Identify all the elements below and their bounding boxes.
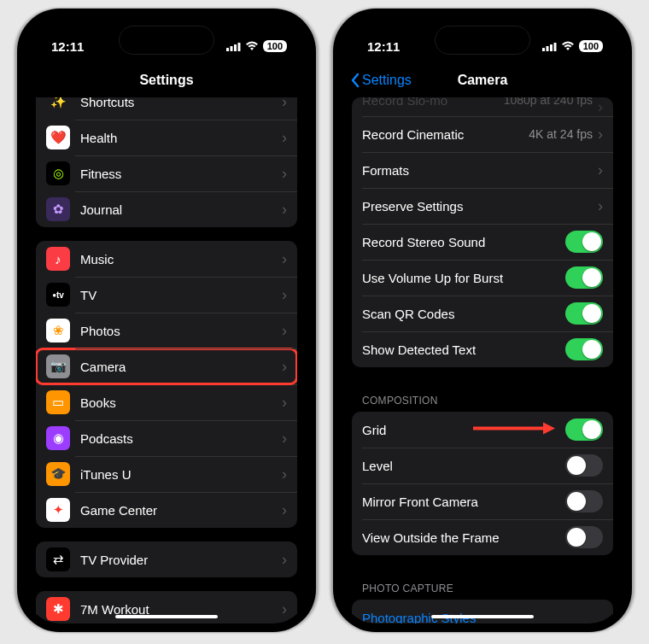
row-label: TV Provider <box>80 553 282 567</box>
row-volume-burst[interactable]: Use Volume Up for Burst <box>352 260 613 296</box>
nav-bar: Settings <box>26 63 307 97</box>
row-label: Use Volume Up for Burst <box>362 271 565 285</box>
gamecenter-icon: ✦ <box>46 498 70 522</box>
chevron-right-icon: › <box>282 97 287 111</box>
books-icon: ▭ <box>46 390 70 414</box>
settings-row-gamecenter[interactable]: ✦Game Center› <box>36 492 297 528</box>
row-preserve-settings[interactable]: Preserve Settings› <box>352 188 613 224</box>
svg-rect-1 <box>230 46 232 51</box>
svg-rect-2 <box>234 44 237 51</box>
row-record-stereo[interactable]: Record Stereo Sound <box>352 224 613 260</box>
row-record-slomo[interactable]: Record Slo-mo1080p at 240 fps› <box>352 97 613 116</box>
battery-icon: 100 <box>263 40 287 52</box>
row-label: Health <box>80 131 282 145</box>
toggle-switch[interactable] <box>565 419 603 441</box>
health-icon: ❤️ <box>46 126 70 149</box>
row-detected-text[interactable]: Show Detected Text <box>352 331 613 367</box>
row-label: Grid <box>362 423 565 437</box>
settings-row-health[interactable]: ❤️Health› <box>36 120 297 155</box>
chevron-right-icon: › <box>282 358 287 376</box>
chevron-right-icon: › <box>282 551 287 569</box>
settings-row-fitness[interactable]: ◎Fitness› <box>36 155 297 191</box>
toggle-switch[interactable] <box>565 302 603 325</box>
row-label: Show Detected Text <box>362 342 565 357</box>
chevron-right-icon: › <box>598 161 603 179</box>
settings-row-journal[interactable]: ✿Journal› <box>36 191 297 227</box>
row-label: Shortcuts <box>80 97 282 109</box>
row-photographic-styles[interactable]: Photographic Styles <box>352 600 613 624</box>
svg-rect-5 <box>546 46 548 51</box>
podcasts-icon: ◉ <box>46 426 70 450</box>
camera-icon: 📷 <box>46 354 70 378</box>
settings-row-books[interactable]: ▭Books› <box>36 384 297 420</box>
row-label: 7M Workout <box>80 602 282 617</box>
journal-icon: ✿ <box>46 197 70 221</box>
7mworkout-icon: ✱ <box>46 597 70 621</box>
fitness-icon: ◎ <box>46 161 70 185</box>
svg-rect-7 <box>553 43 556 51</box>
row-label: Journal <box>80 202 282 217</box>
dynamic-island <box>435 26 530 55</box>
row-label: Music <box>80 252 282 266</box>
status-time: 12:11 <box>367 39 400 54</box>
chevron-right-icon: › <box>282 430 287 448</box>
settings-row-podcasts[interactable]: ◉Podcasts› <box>36 420 297 456</box>
battery-icon: 100 <box>579 40 603 52</box>
row-label: Books <box>80 395 282 410</box>
home-indicator[interactable] <box>431 615 534 618</box>
row-label: Preserve Settings <box>362 199 598 214</box>
row-label: Fitness <box>80 167 282 181</box>
row-label: Level <box>362 459 565 473</box>
row-formats[interactable]: Formats› <box>352 152 613 188</box>
toggle-switch[interactable] <box>565 490 603 512</box>
toggle-switch[interactable] <box>565 338 603 360</box>
home-indicator[interactable] <box>115 615 218 618</box>
settings-row-shortcuts[interactable]: ✨Shortcuts› <box>36 97 297 120</box>
row-record-cinematic[interactable]: Record Cinematic4K at 24 fps› <box>352 116 613 152</box>
toggle-switch[interactable] <box>565 526 603 548</box>
signal-icon <box>542 42 557 51</box>
wifi-icon <box>245 41 259 51</box>
section-header-photo-capture: PHOTO CAPTURE <box>352 569 613 600</box>
row-label: iTunes U <box>80 467 282 482</box>
row-view-outside[interactable]: View Outside the Frame <box>352 519 613 555</box>
tv-icon: ●tv <box>46 283 70 307</box>
chevron-right-icon: › <box>282 250 287 268</box>
settings-row-photos[interactable]: ❀Photos› <box>36 313 297 348</box>
chevron-right-icon: › <box>282 394 287 412</box>
settings-row-tvprovider[interactable]: ⇄TV Provider› <box>36 542 297 577</box>
chevron-right-icon: › <box>282 600 287 618</box>
row-label: Scan QR Codes <box>362 307 565 321</box>
phone-settings: 12:11 100 Settings ✨Shortcuts›❤️Health›◎… <box>17 9 316 632</box>
svg-rect-0 <box>226 48 229 51</box>
row-level[interactable]: Level <box>352 448 613 483</box>
settings-row-music[interactable]: ♪Music› <box>36 241 297 277</box>
row-label: View Outside the Frame <box>362 530 565 545</box>
row-grid[interactable]: Grid <box>352 412 613 448</box>
page-title: Settings <box>139 73 193 88</box>
row-label: Record Stereo Sound <box>362 235 565 249</box>
music-icon: ♪ <box>46 247 70 271</box>
toggle-switch[interactable] <box>565 454 603 477</box>
section-header-composition: COMPOSITION <box>352 381 613 412</box>
back-button[interactable]: Settings <box>350 73 412 88</box>
photos-icon: ❀ <box>46 319 70 342</box>
settings-row-itunesu[interactable]: 🎓iTunes U› <box>36 456 297 492</box>
status-time: 12:11 <box>51 39 84 54</box>
toggle-switch[interactable] <box>565 231 603 253</box>
row-label: Mirror Front Camera <box>362 495 565 509</box>
dynamic-island <box>119 26 214 55</box>
row-label: TV <box>80 288 282 302</box>
row-label: Camera <box>80 360 282 374</box>
row-mirror-front[interactable]: Mirror Front Camera <box>352 483 613 519</box>
settings-row-tv[interactable]: ●tvTV› <box>36 277 297 313</box>
chevron-right-icon: › <box>598 126 603 143</box>
tvprovider-icon: ⇄ <box>46 547 70 571</box>
wifi-icon <box>561 41 575 51</box>
settings-row-camera[interactable]: 📷Camera› <box>36 348 297 384</box>
chevron-right-icon: › <box>598 197 603 215</box>
svg-rect-6 <box>550 44 553 51</box>
settings-row-7mworkout[interactable]: ✱7M Workout› <box>36 591 297 624</box>
row-scan-qr[interactable]: Scan QR Codes <box>352 296 613 331</box>
toggle-switch[interactable] <box>565 266 603 289</box>
